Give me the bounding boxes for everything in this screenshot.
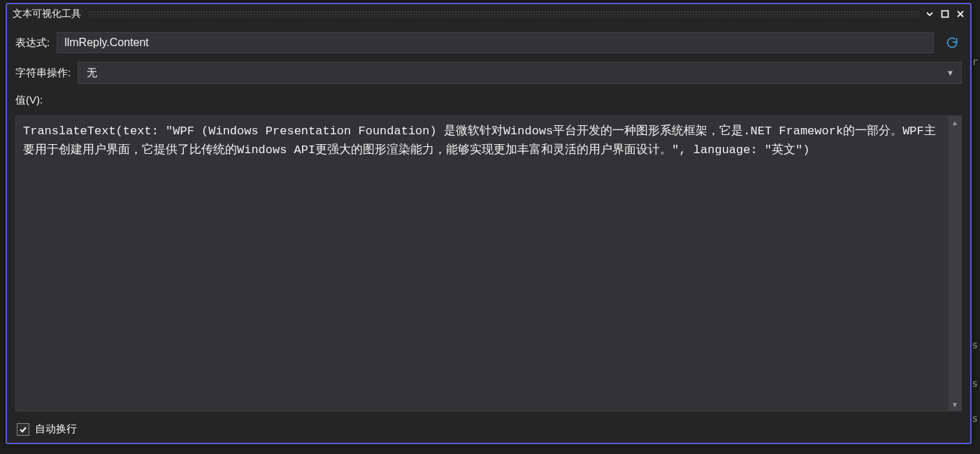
bg-char-3: s: [972, 378, 978, 389]
window-controls: [924, 8, 966, 20]
expression-row: 表达式: llmReply.Content: [15, 32, 962, 53]
value-textarea[interactable]: TranslateText(text: "WPF (Windows Presen…: [15, 115, 962, 411]
body: 表达式: llmReply.Content 字符串操作: 无 ▼: [7, 24, 970, 443]
check-icon: [19, 425, 27, 434]
footer: 自动换行: [15, 420, 962, 437]
value-label: 值(V):: [15, 94, 962, 107]
string-op-selected: 无: [87, 66, 97, 80]
text-visualizer-window: 文本可视化工具 表达式: llmReply.Content: [6, 3, 972, 444]
value-content[interactable]: TranslateText(text: "WPF (Windows Presen…: [16, 116, 961, 411]
bg-char-4: s: [972, 413, 978, 424]
window-title: 文本可视化工具: [13, 8, 84, 20]
titlebar[interactable]: 文本可视化工具: [7, 4, 970, 24]
dropdown-icon[interactable]: [924, 8, 935, 20]
expression-label: 表达式:: [15, 36, 50, 50]
expression-input[interactable]: llmReply.Content: [57, 32, 934, 53]
string-op-row: 字符串操作: 无 ▼: [15, 62, 962, 84]
titlebar-grip[interactable]: [88, 10, 920, 17]
refresh-icon: [945, 36, 959, 50]
svg-rect-0: [942, 11, 949, 17]
expression-value: llmReply.Content: [64, 36, 149, 49]
background: r s s s 文本可视化工具 表达式: llm: [0, 0, 980, 454]
scrollbar[interactable]: ▲ ▼: [949, 116, 961, 411]
maximize-icon[interactable]: [939, 8, 951, 20]
bg-char-2: s: [972, 339, 978, 350]
string-op-select[interactable]: 无 ▼: [78, 62, 962, 84]
bg-char-1: r: [972, 56, 978, 67]
string-op-label: 字符串操作:: [15, 66, 71, 80]
word-wrap-label: 自动换行: [35, 423, 77, 436]
refresh-button[interactable]: [942, 33, 962, 52]
scroll-down-icon[interactable]: ▼: [949, 398, 961, 411]
chevron-down-icon: ▼: [946, 69, 954, 77]
scroll-up-icon[interactable]: ▲: [949, 116, 961, 129]
word-wrap-checkbox[interactable]: [17, 423, 29, 436]
close-icon[interactable]: [955, 8, 966, 20]
